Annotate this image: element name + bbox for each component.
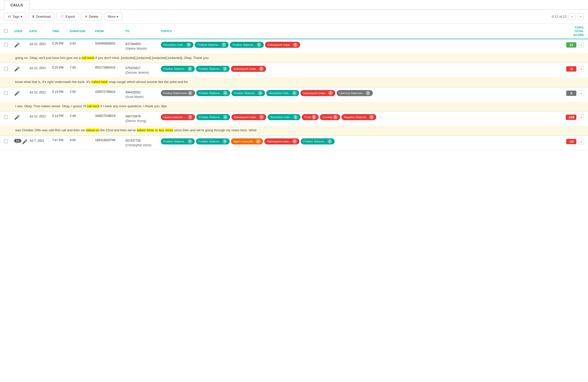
score-cell: -156 + — [556, 114, 584, 120]
topic-count: 2 — [223, 67, 227, 71]
row-checkbox-cell — [4, 90, 14, 95]
topic-badge: Positive Stateme...4 — [161, 138, 195, 144]
duration-cell: 7:40 — [70, 66, 95, 69]
download-button[interactable]: ⬇ Download — [28, 13, 54, 20]
from-cell: 348827038019 — [95, 114, 125, 118]
score-box: 13 — [566, 42, 576, 48]
export-button[interactable]: 📄 Export — [56, 13, 79, 20]
topic-badge: Resolution Indic...4 — [161, 42, 193, 48]
time-cell: 5:26 PM — [52, 42, 70, 45]
topics-cell: Ending Statements2 Positive Stateme...2 … — [161, 90, 556, 96]
topic-count: 1 — [328, 139, 332, 144]
score-cell: -13 + — [556, 138, 584, 144]
header-score: TOPICTOTALSCORE — [556, 26, 584, 37]
score-box: -156 — [566, 115, 576, 120]
topic-count: 1 — [369, 115, 374, 119]
to-cell: 557437735(Christopher Hicks) — [125, 138, 161, 147]
row-checkbox[interactable] — [4, 139, 8, 143]
topic-count: 3 — [188, 115, 192, 119]
topic-count: 1 — [258, 91, 263, 95]
delete-icon: ✕ — [85, 15, 88, 18]
topic-badge: Opening Statemen...1 — [337, 90, 373, 96]
rows-container: 🎤 Jul 12, 2021 5:26 PM 0:43 929465868502… — [0, 39, 588, 150]
tab-bar: CALLS — [0, 0, 588, 10]
row-checkbox-cell — [4, 66, 14, 71]
topic-badge: Agent Insecuriti...2 — [231, 138, 263, 144]
call-snippet: know what that is. It's right underneath… — [0, 77, 588, 87]
row-checkbox[interactable] — [4, 115, 8, 119]
header-to: TO — [125, 30, 161, 33]
topic-badge: Resolution Indic...1 — [266, 90, 299, 96]
mic-cell: 🎤 — [14, 42, 29, 48]
topic-badge: Subsequent (repe...1 — [265, 42, 300, 48]
add-button[interactable]: + — [578, 42, 584, 48]
table-row: 1/2 🎤 Jul 7, 2021 7:47 PM 4:05 184319825… — [0, 136, 588, 150]
score-box: 0 — [566, 91, 576, 96]
topic-count: 2 — [259, 115, 264, 119]
header-topics: TOPICS — [161, 30, 556, 33]
topic-count: 2 — [223, 139, 227, 144]
next-page-button[interactable]: › — [577, 13, 584, 20]
delete-button[interactable]: ✕ Delete — [81, 13, 102, 20]
call-snippet: was October 20th was odd first call and … — [0, 126, 588, 136]
score-cell: -4 + — [556, 66, 584, 72]
score-cell: 0 + — [556, 90, 584, 96]
add-button[interactable]: + — [578, 66, 584, 72]
mic-icon: 🎤 — [14, 115, 20, 120]
topic-count: 1 — [293, 43, 298, 47]
header-user: USER — [14, 30, 29, 33]
topic-count: 1 — [328, 91, 333, 95]
date-cell: Jul 12, 2021 — [29, 66, 52, 70]
topic-count: 1 — [259, 67, 264, 71]
topic-badge: Upset customer -...3 — [161, 114, 195, 120]
topic-count: 2 — [223, 91, 228, 95]
topic-badge: Subsequent (repe...1 — [300, 90, 336, 96]
to-cell: 584723879(Dennis Young) — [125, 114, 161, 123]
header-duration: DURATION — [70, 30, 95, 33]
topic-badge: Ending Statements2 — [161, 90, 195, 96]
topic-badge: Positive Stateme...2 — [161, 66, 195, 72]
row-checkbox[interactable] — [4, 43, 8, 47]
chevron-down-icon: ▾ — [117, 15, 118, 18]
header-time: TIME — [52, 30, 70, 33]
row-checkbox[interactable] — [4, 67, 8, 71]
topic-count: 4 — [188, 139, 192, 144]
topic-badge: Subsequent (repe...1 — [264, 138, 299, 144]
to-cell: 494425002(Scott Martin) — [125, 90, 161, 99]
header-from: FROM — [95, 30, 125, 33]
topic-badge: Positive Stateme...1 — [230, 42, 264, 48]
topic-count: 2 — [223, 115, 228, 119]
chevron-down-icon: ▾ — [20, 15, 22, 18]
add-button[interactable]: + — [578, 91, 584, 96]
add-button[interactable]: + — [578, 115, 584, 120]
topic-count: 1 — [312, 115, 316, 119]
row-checkbox-cell — [4, 42, 14, 47]
mic-icon: 🎤 — [14, 66, 20, 72]
topic-count: 1 — [366, 91, 370, 95]
header-checkbox[interactable] — [4, 29, 14, 33]
prev-page-button[interactable]: ‹ — [569, 13, 575, 20]
from-cell: 184319825788 — [95, 138, 125, 142]
from-cell: 929465868502 — [95, 42, 125, 45]
calls-tab[interactable]: CALLS — [4, 0, 29, 10]
select-all-checkbox[interactable] — [4, 29, 8, 33]
topic-count: 1 — [257, 43, 261, 47]
row-checkbox[interactable] — [4, 91, 8, 95]
topic-badge: Positive Stateme...1 — [231, 90, 265, 96]
header-date: DATE — [29, 30, 52, 33]
call-main-row: 🎤 Jul 12, 2021 5:20 PM 7:40 853172865418… — [0, 63, 588, 77]
add-button[interactable]: + — [578, 139, 584, 144]
mic-icon: 🎤 — [14, 91, 20, 96]
row-checkbox-cell — [4, 114, 14, 119]
time-cell: 7:47 PM — [52, 138, 70, 142]
to-cell: 837284959(Valerie Woods) — [125, 42, 161, 51]
tags-button[interactable]: 🏷 Tags ▾ — [4, 13, 26, 20]
export-icon: 📄 — [60, 15, 64, 18]
time-cell: 5:20 PM — [52, 66, 70, 69]
to-cell: 575429417(Desiree Jenkins) — [125, 66, 161, 75]
from-cell: 853172865418 — [95, 66, 125, 69]
call-main-row: 🎤 Jul 12, 2021 5:14 PM 2:49 348827038019… — [0, 112, 588, 126]
more-button[interactable]: More ▾ — [104, 13, 122, 20]
topic-count: 1 — [292, 139, 297, 144]
topics-cell: Positive Stateme...2 Positive Stateme...… — [161, 66, 556, 72]
